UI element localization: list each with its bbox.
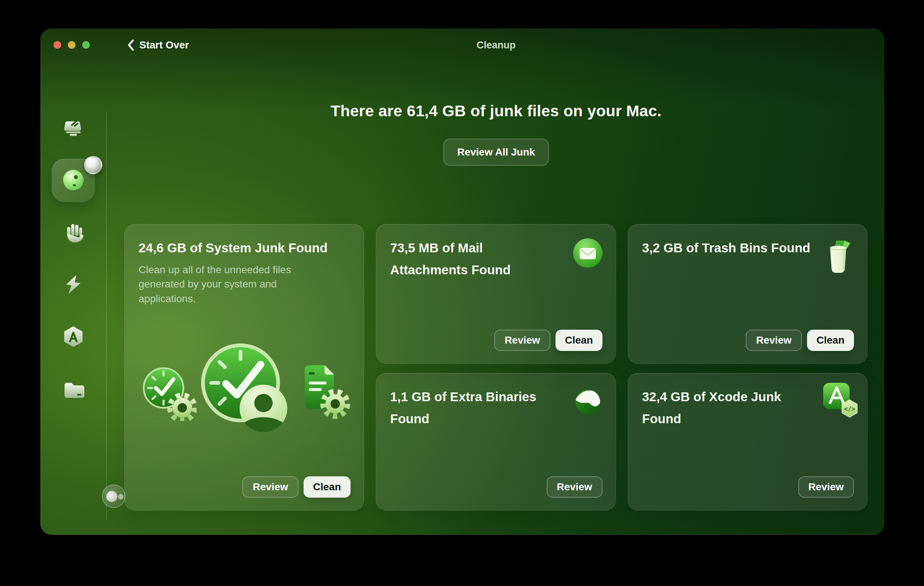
window-title: Cleanup: [477, 40, 516, 51]
xcode-icon: </>: [821, 381, 861, 423]
sidebar-item-performance[interactable]: [62, 273, 85, 296]
trash-icon: [822, 238, 855, 276]
review-all-junk-button[interactable]: Review All Junk: [443, 139, 549, 166]
card-mail-attachments: 73,5 MB of Mail Attachments Found Review…: [376, 224, 616, 364]
review-button-trash[interactable]: Review: [746, 330, 802, 351]
hand-icon: [62, 221, 85, 244]
card-title: 24,6 GB of System Junk Found: [125, 224, 364, 259]
headline: There are 61,4 GB of junk files on your …: [331, 102, 662, 120]
cleanup-disc-icon: [59, 166, 87, 195]
mail-icon: [573, 238, 603, 270]
chevron-left-icon: [127, 39, 135, 51]
review-button-mail[interactable]: Review: [494, 330, 550, 351]
bubbles-icon: [106, 491, 117, 502]
clock-gear-icon: [142, 366, 196, 423]
review-button-system-junk[interactable]: Review: [243, 476, 299, 498]
card-xcode-junk: 32,4 GB of Xcode Junk Found </>: [628, 373, 868, 510]
card-description: Clean up all of the unneeded files gener…: [139, 262, 315, 306]
sidebar-item-my-clutter[interactable]: [62, 378, 85, 401]
assistant-button[interactable]: [102, 484, 125, 508]
card-extra-binaries: 1,1 GB of Extra Binaries Found Review: [376, 373, 616, 510]
folder-icon: [62, 378, 85, 401]
bubble-small-icon: [118, 494, 124, 499]
clock-user-icon: [198, 343, 290, 436]
review-button-binaries[interactable]: Review: [547, 476, 603, 498]
sidebar-item-applications[interactable]: [62, 325, 85, 348]
zoom-button[interactable]: [82, 41, 90, 49]
hexagon-a-icon: [62, 325, 85, 348]
close-button[interactable]: [54, 41, 61, 49]
card-system-junk: 24,6 GB of System Junk Found Clean up al…: [124, 224, 364, 510]
svg-text:</>: </>: [844, 405, 855, 413]
sidebar-item-protection[interactable]: [62, 221, 85, 244]
back-button[interactable]: Start Over: [127, 37, 189, 53]
app-window: Start Over Cleanup: [40, 29, 884, 535]
card-trash-bins: 3,2 GB of Trash Bins Found Review Clean: [628, 224, 868, 364]
document-gear-icon: [293, 360, 351, 421]
review-button-xcode[interactable]: Review: [798, 476, 854, 498]
clean-button-mail[interactable]: Clean: [556, 330, 602, 351]
clean-button-trash[interactable]: Clean: [807, 330, 854, 351]
sidebar-item-smart-scan[interactable]: [62, 116, 85, 140]
binaries-icon: [573, 386, 603, 419]
minimize-button[interactable]: [68, 41, 76, 49]
traffic-lights: [54, 41, 90, 49]
screen: Start Over Cleanup: [0, 0, 924, 586]
notification-badge: [84, 156, 102, 174]
sidebar-divider: [106, 111, 107, 520]
scanner-icon: [62, 116, 85, 140]
clean-button-system-junk[interactable]: Clean: [304, 476, 351, 498]
sidebar-item-cleanup[interactable]: [52, 159, 95, 202]
lightning-icon: [62, 273, 85, 296]
back-label: Start Over: [139, 39, 189, 51]
